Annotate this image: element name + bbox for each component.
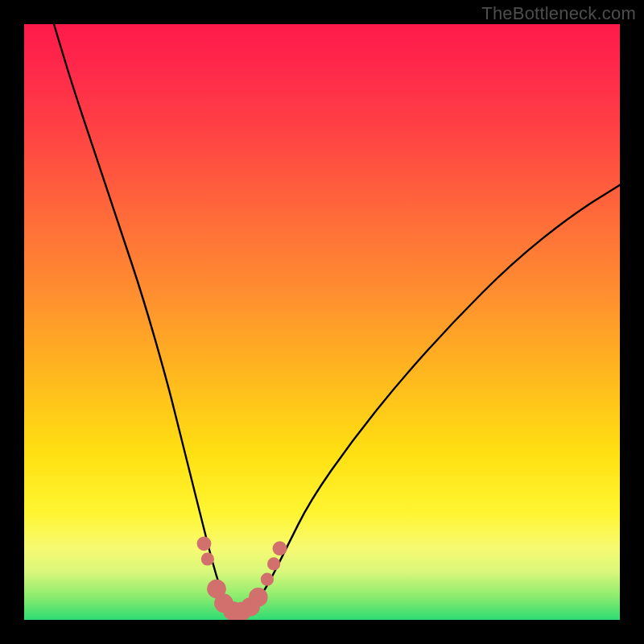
highlight-dot [197, 536, 212, 551]
plot-area [24, 24, 620, 620]
chart-frame: TheBottleneck.com [0, 0, 644, 644]
highlight-dots [197, 536, 287, 620]
bottleneck-curve-svg [24, 24, 620, 620]
bottleneck-curve [54, 24, 620, 613]
highlight-dot [267, 557, 280, 570]
highlight-dot [249, 588, 268, 607]
highlight-dot [201, 552, 214, 565]
highlight-dot [273, 541, 287, 555]
watermark-label: TheBottleneck.com [481, 3, 636, 24]
highlight-dot [261, 573, 274, 586]
